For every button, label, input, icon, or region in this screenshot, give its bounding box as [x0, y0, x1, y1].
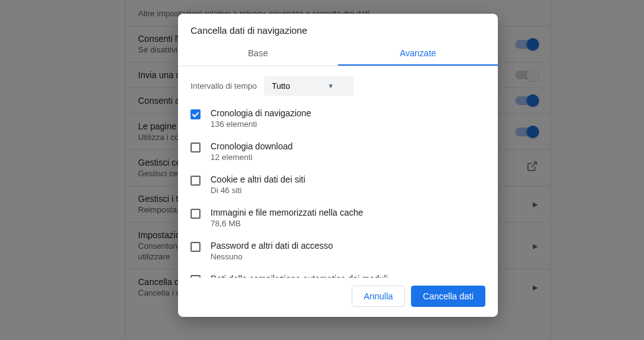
clear-browsing-data-dialog: Cancella dati di navigazione Base Avanza…: [178, 14, 498, 317]
time-range-row: Intervallo di tempo Tutto ▼: [191, 76, 485, 96]
check-row-cookies[interactable]: Cookie e altri dati dei siti Di 46 siti: [191, 174, 485, 195]
check-title: Immagini e file memorizzati nella cache: [211, 208, 485, 218]
check-row-cache[interactable]: Immagini e file memorizzati nella cache …: [191, 208, 485, 228]
check-sub: Nessuno: [211, 252, 485, 261]
checkbox[interactable]: [191, 209, 201, 219]
checkbox[interactable]: [191, 176, 201, 186]
tab-basic[interactable]: Base: [178, 42, 338, 66]
time-range-label: Intervallo di tempo: [191, 81, 257, 91]
dialog-actions: Annulla Cancella dati: [178, 278, 498, 317]
checkbox[interactable]: [191, 142, 201, 152]
check-title: Cronologia download: [211, 141, 485, 151]
dialog-body: Intervallo di tempo Tutto ▼ Cronologia d…: [178, 66, 498, 278]
time-range-select[interactable]: Tutto ▼: [264, 76, 354, 96]
check-row-browsing-history[interactable]: Cronologia di navigazione 136 elementi: [191, 108, 485, 129]
check-sub: 136 elementi: [211, 119, 485, 129]
time-range-value: Tutto: [272, 81, 290, 91]
check-row-passwords[interactable]: Password e altri dati di accesso Nessuno: [191, 241, 485, 261]
cancel-button[interactable]: Annulla: [352, 286, 405, 307]
checkbox[interactable]: [191, 275, 201, 278]
check-title: Cronologia di navigazione: [211, 108, 485, 118]
confirm-button[interactable]: Cancella dati: [411, 286, 485, 307]
checkbox[interactable]: [191, 242, 201, 252]
check-sub: Di 46 siti: [211, 186, 485, 195]
check-sub: 78,6 MB: [211, 219, 485, 228]
dialog-title: Cancella dati di navigazione: [178, 14, 498, 42]
check-title: Password e altri dati di accesso: [211, 241, 485, 251]
checkbox[interactable]: [191, 109, 201, 119]
caret-down-icon: ▼: [327, 82, 334, 89]
check-sub: 12 elementi: [211, 152, 485, 162]
check-title: Cookie e altri dati dei siti: [211, 174, 485, 184]
tab-advanced[interactable]: Avanzate: [338, 42, 498, 66]
check-row-download-history[interactable]: Cronologia download 12 elementi: [191, 141, 485, 162]
dialog-tabs: Base Avanzate: [178, 42, 498, 66]
